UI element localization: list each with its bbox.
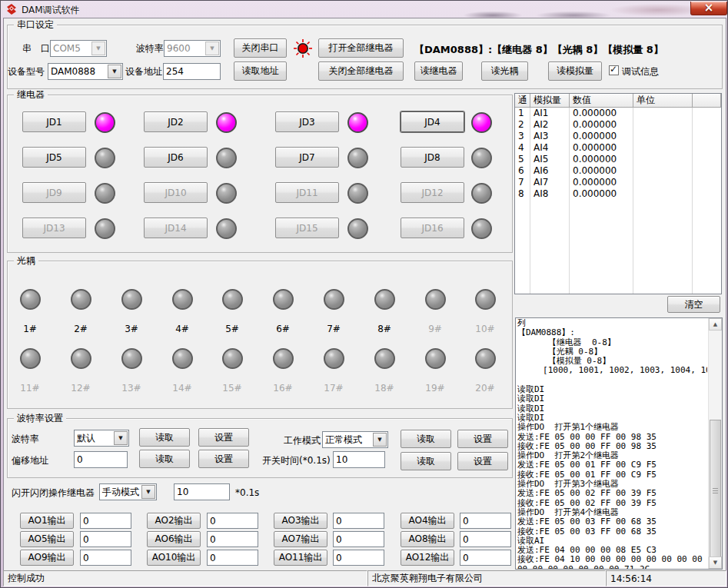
table-cell bbox=[693, 142, 721, 154]
analog-output-input-3[interactable]: 0 bbox=[333, 513, 384, 529]
relay-button-jd15[interactable]: JD15 bbox=[275, 218, 339, 238]
read-relay-button[interactable]: 读继电器 bbox=[414, 61, 463, 81]
table-row[interactable]: 8AI80.000000 bbox=[515, 188, 721, 200]
scrollbar-thumb[interactable] bbox=[710, 420, 721, 563]
switch-time-label: 开关时间(*0.1s) bbox=[262, 455, 331, 466]
debug-info-checkbox[interactable] bbox=[609, 65, 619, 75]
relay-button-jd10[interactable]: JD10 bbox=[144, 182, 208, 203]
relay-button-jd13[interactable]: JD13 bbox=[22, 218, 86, 238]
analog-output-button-9[interactable]: AO9输出 bbox=[20, 550, 74, 566]
offset-addr-input[interactable]: 0 bbox=[74, 451, 128, 468]
analog-output-button-5[interactable]: AO5输出 bbox=[20, 531, 74, 547]
analog-output-input-4[interactable]: 0 bbox=[460, 513, 511, 529]
analog-output-button-11[interactable]: AO11输出 bbox=[274, 550, 327, 566]
analog-output-button-10[interactable]: AO10输出 bbox=[147, 550, 201, 566]
analog-output-input-5[interactable]: 0 bbox=[80, 531, 131, 547]
serial-baud-label: 波特率 bbox=[136, 43, 164, 54]
close-button[interactable] bbox=[690, 2, 727, 15]
analog-output-input-6[interactable]: 0 bbox=[207, 531, 258, 547]
analog-output-button-7[interactable]: AO7输出 bbox=[274, 531, 327, 547]
analog-output-button-4[interactable]: AO4输出 bbox=[401, 513, 454, 529]
work-mode-read-button[interactable]: 读取 bbox=[401, 430, 451, 448]
analog-table-header-cell[interactable]: 通 bbox=[515, 94, 530, 108]
device-model-select[interactable]: DAM0888 bbox=[48, 63, 123, 80]
relay-button-jd3[interactable]: JD3 bbox=[275, 111, 339, 132]
relay-button-jd11[interactable]: JD11 bbox=[275, 182, 339, 203]
relay-button-jd12[interactable]: JD12 bbox=[401, 182, 464, 203]
analog-table-header-cell[interactable] bbox=[693, 94, 721, 108]
table-row[interactable]: 7AI70.000000 bbox=[515, 177, 721, 188]
opto-indicator-3 bbox=[121, 289, 142, 310]
relay-button-jd2[interactable]: JD2 bbox=[144, 111, 208, 132]
analog-output-button-12[interactable]: AO12输出 bbox=[401, 550, 454, 566]
analog-output-input-1[interactable]: 0 bbox=[80, 513, 131, 529]
table-row[interactable]: 5AI50.000000 bbox=[515, 154, 721, 165]
read-addr-button[interactable]: 读取地址 bbox=[234, 61, 287, 81]
relay-button-jd14[interactable]: JD14 bbox=[144, 218, 208, 238]
table-cell: AI6 bbox=[530, 165, 570, 177]
analog-table-header-cell[interactable]: 单位 bbox=[633, 94, 693, 108]
analog-output-button-1[interactable]: AO1输出 bbox=[20, 513, 74, 529]
analog-output-input-7[interactable]: 0 bbox=[333, 531, 384, 547]
relay-button-jd6[interactable]: JD6 bbox=[144, 147, 208, 168]
table-row[interactable]: 3AI30.000000 bbox=[515, 131, 721, 142]
analog-output-button-2[interactable]: AO2输出 bbox=[147, 513, 201, 529]
scroll-up-icon[interactable]: ▲ bbox=[709, 318, 722, 331]
analog-output-input-11[interactable]: 0 bbox=[333, 550, 384, 566]
analog-output-input-12[interactable]: 0 bbox=[460, 550, 511, 566]
baud-rate-select[interactable]: 默认 bbox=[74, 430, 129, 447]
scroll-down-icon[interactable]: ▼ bbox=[709, 556, 722, 569]
table-cell bbox=[693, 119, 721, 131]
opto-indicator-12 bbox=[71, 348, 91, 369]
offset-read-button[interactable]: 读取 bbox=[139, 450, 190, 468]
baud-read-button[interactable]: 读取 bbox=[139, 428, 190, 447]
serial-baud-select[interactable]: 9600 bbox=[164, 40, 221, 57]
close-port-button[interactable]: 关闭串口 bbox=[234, 38, 287, 58]
analog-output-input-9[interactable]: 0 bbox=[80, 550, 131, 566]
opto-indicator-15 bbox=[222, 348, 243, 369]
relay-button-jd4[interactable]: JD4 bbox=[401, 111, 464, 132]
relay-button-jd16[interactable]: JD16 bbox=[401, 218, 464, 238]
table-cell: AI8 bbox=[530, 188, 570, 200]
work-mode-set-button[interactable]: 设置 bbox=[457, 430, 508, 448]
analog-output-button-6[interactable]: AO6输出 bbox=[147, 531, 201, 547]
table-row[interactable]: 2AI20.000000 bbox=[515, 119, 721, 131]
analog-table-header-cell[interactable]: 模拟量 bbox=[530, 94, 570, 108]
analog-output-input-2[interactable]: 0 bbox=[207, 513, 258, 529]
switch-time-set-button[interactable]: 设置 bbox=[457, 452, 508, 470]
work-mode-select[interactable]: 正常模式 bbox=[322, 431, 388, 448]
analog-output-button-3[interactable]: AO3输出 bbox=[274, 513, 327, 529]
opto-indicator-19 bbox=[425, 348, 446, 369]
switch-time-input[interactable]: 10 bbox=[333, 451, 385, 468]
log-scrollbar[interactable]: ▲ ▼ bbox=[708, 318, 722, 569]
relay-button-jd7[interactable]: JD7 bbox=[275, 147, 339, 168]
relay-button-jd1[interactable]: JD1 bbox=[22, 111, 86, 132]
clear-log-button[interactable]: 清空 bbox=[667, 296, 720, 313]
serial-port-select[interactable]: COM5 bbox=[50, 40, 107, 57]
flash-mode-select[interactable]: 手动模式 bbox=[99, 483, 157, 500]
relay-button-jd9[interactable]: JD9 bbox=[22, 182, 86, 203]
analog-output-input-8[interactable]: 0 bbox=[460, 531, 511, 547]
relay-button-jd8[interactable]: JD8 bbox=[401, 147, 464, 168]
close-all-relays-button[interactable]: 关闭全部继电器 bbox=[318, 61, 404, 81]
relay-button-jd5[interactable]: JD5 bbox=[22, 147, 86, 168]
read-analog-button[interactable]: 读模拟量 bbox=[548, 61, 602, 81]
baud-rate-value: 默认 bbox=[77, 432, 95, 445]
relay-legend: 继电器 bbox=[14, 89, 48, 100]
open-all-relays-button[interactable]: 打开全部继电器 bbox=[318, 38, 404, 58]
analog-table-header-cell[interactable]: 数值 bbox=[570, 94, 633, 108]
relay-indicator-jd8 bbox=[471, 148, 492, 168]
device-model-value: DAM0888 bbox=[51, 66, 95, 77]
table-row[interactable]: 4AI40.000000 bbox=[515, 142, 721, 154]
analog-output-button-8[interactable]: AO8输出 bbox=[401, 531, 454, 547]
flash-time-input[interactable]: 10 bbox=[174, 483, 230, 500]
analog-output-input-10[interactable]: 0 bbox=[207, 550, 258, 566]
switch-time-read-button[interactable]: 读取 bbox=[401, 452, 451, 470]
table-row[interactable]: 1AI10.000000 bbox=[515, 108, 721, 119]
device-addr-input[interactable]: 254 bbox=[163, 63, 221, 80]
table-row[interactable]: 6AI60.000000 bbox=[515, 165, 721, 177]
read-opto-button[interactable]: 读光耦 bbox=[481, 61, 528, 81]
serial-baud-value: 9600 bbox=[167, 43, 191, 54]
baud-set-button[interactable]: 设置 bbox=[198, 428, 249, 447]
offset-set-button[interactable]: 设置 bbox=[198, 450, 249, 468]
